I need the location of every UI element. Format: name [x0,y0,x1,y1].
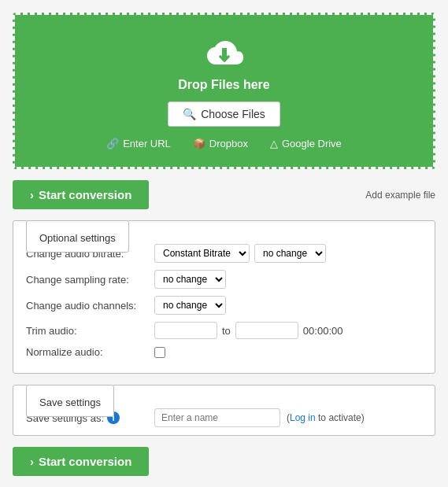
choose-files-button[interactable]: 🔍 Choose Files [168,101,280,127]
drop-text: Drop Files here [31,78,417,92]
sampling-row: Change sampling rate: no change [26,270,422,289]
google-drive-label: Google Drive [282,138,342,149]
login-note: (Log in to activate) [287,412,365,423]
cloud-upload-icon [203,37,246,72]
add-example-link[interactable]: Add example file [365,190,435,201]
google-drive-icon: △ [270,138,278,149]
sampling-select[interactable]: no change [154,270,226,289]
channels-controls: no change [154,296,226,315]
normalize-row: Normalize audio: [26,346,422,358]
bitrate-controls: Constant Bitrate no change [154,244,326,263]
sampling-controls: no change [154,270,226,289]
normalize-controls [154,347,165,358]
enter-url-label: Enter URL [123,138,171,149]
login-link[interactable]: Log in [290,412,316,423]
toolbar-row: › Start conversion Add example file [13,180,435,209]
normalize-checkbox[interactable] [154,347,165,358]
trim-controls: to 00:00:00 [154,322,342,339]
drop-links: 🔗 Enter URL 📦 Dropbox △ Google Drive [31,138,417,149]
normalize-label: Normalize audio: [26,346,148,358]
start-conversion-label-top: Start conversion [39,188,131,201]
trim-to-text: to [222,325,231,337]
search-icon: 🔍 [183,108,196,120]
channels-select[interactable]: no change [154,296,226,315]
chevron-right-icon: › [30,188,34,201]
bitrate-value-select[interactable]: no change [254,244,326,263]
trim-start-input[interactable] [154,322,217,339]
save-settings-legend: Save settings [26,385,114,417]
channels-label: Change audio channels: [26,300,148,312]
trim-end-input[interactable] [235,322,298,339]
save-name-input[interactable] [154,408,280,427]
start-conversion-button-top[interactable]: › Start conversion [13,180,149,209]
chevron-right-icon-bottom: › [30,455,34,468]
link-icon: 🔗 [106,138,119,149]
bottom-toolbar: › Start conversion [13,447,435,476]
dropbox-label: Dropbox [209,138,248,149]
enter-url-link[interactable]: 🔗 Enter URL [106,138,171,149]
choose-files-label: Choose Files [201,108,265,120]
google-drive-link[interactable]: △ Google Drive [270,138,342,149]
start-conversion-button-bottom[interactable]: › Start conversion [13,447,149,476]
start-conversion-label-bottom: Start conversion [39,455,131,468]
save-settings-box: Save settings Save settings as: i (Log i… [13,385,435,436]
bitrate-type-select[interactable]: Constant Bitrate [154,244,250,263]
trim-time-text: 00:00:00 [303,325,343,337]
optional-settings-box: Optional settings Change audio bitrate: … [13,220,435,374]
dropbox-link[interactable]: 📦 Dropbox [193,138,248,149]
channels-row: Change audio channels: no change [26,296,422,315]
optional-settings-legend: Optional settings [26,220,129,253]
trim-label: Trim audio: [26,325,148,337]
sampling-label: Change sampling rate: [26,274,148,286]
dropbox-icon: 📦 [193,138,205,149]
trim-row: Trim audio: to 00:00:00 [26,322,422,339]
drop-zone[interactable]: Drop Files here 🔍 Choose Files 🔗 Enter U… [13,13,435,169]
